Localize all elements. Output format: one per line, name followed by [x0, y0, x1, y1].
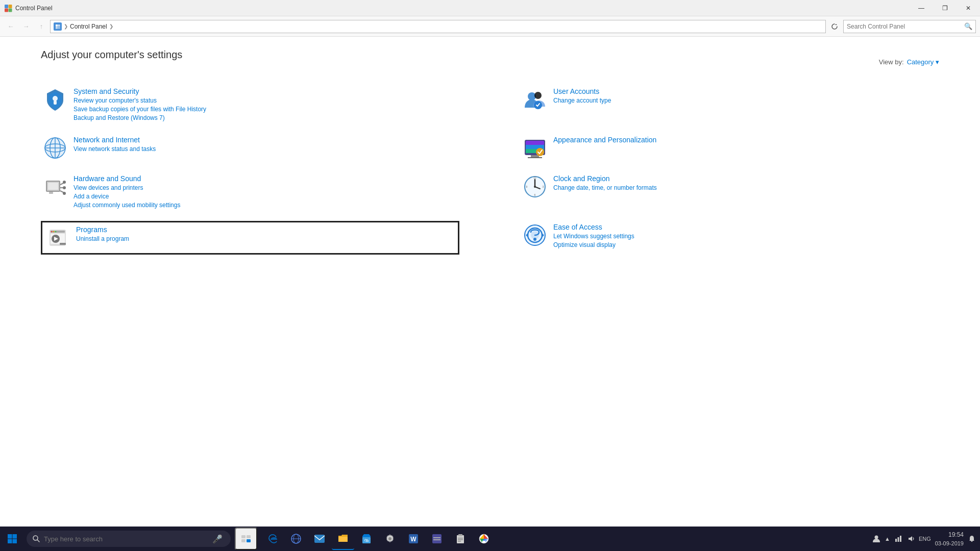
- svg-rect-94: [897, 537, 899, 542]
- svg-rect-0: [5, 5, 8, 8]
- svg-rect-1: [9, 5, 12, 8]
- uninstall-link[interactable]: Uninstall a program: [76, 235, 129, 242]
- taskbar-word[interactable]: W: [402, 528, 425, 550]
- user-accounts-title[interactable]: User Accounts: [553, 87, 611, 95]
- forward-button[interactable]: →: [19, 20, 33, 33]
- network-title[interactable]: Network and Internet: [74, 136, 156, 144]
- taskbar-search[interactable]: 🎤: [27, 531, 231, 547]
- system-security-title[interactable]: System and Security: [74, 87, 206, 95]
- svg-point-42: [534, 186, 536, 188]
- taskbar-apps: 🛍 W: [261, 528, 495, 550]
- show-hidden-icons[interactable]: ▲: [885, 536, 890, 542]
- network-status-icon[interactable]: [894, 535, 902, 543]
- windows-logo: [7, 534, 17, 544]
- taskbar-edge[interactable]: [261, 528, 284, 550]
- appearance-title[interactable]: Appearance and Personalization: [553, 136, 656, 144]
- svg-point-9: [53, 96, 58, 101]
- search-input[interactable]: [847, 23, 962, 30]
- svg-text:9: 9: [526, 185, 528, 188]
- ease-icon: [523, 223, 547, 247]
- svg-rect-82: [432, 534, 442, 543]
- svg-text:W: W: [410, 536, 416, 543]
- svg-text:12: 12: [533, 176, 536, 179]
- hardware-icon: [43, 174, 67, 199]
- search-button[interactable]: 🔍: [964, 22, 972, 30]
- datetime-link[interactable]: Change date, time, or number formats: [553, 184, 657, 191]
- category-hardware[interactable]: Hardware and Sound View devices and prin…: [41, 172, 459, 211]
- refresh-button[interactable]: [828, 20, 841, 33]
- category-programs-highlighted[interactable]: Programs Uninstall a program: [41, 221, 459, 255]
- task-view-button[interactable]: [235, 528, 257, 550]
- language-label[interactable]: ENG: [919, 536, 931, 542]
- up-button[interactable]: ↑: [35, 20, 48, 33]
- mobility-link[interactable]: Adjust commonly used mobility settings: [74, 202, 180, 209]
- network-status-link[interactable]: View network status and tasks: [74, 145, 156, 153]
- people-icon[interactable]: [872, 535, 880, 543]
- system-review-link[interactable]: Review your computer's status: [74, 97, 206, 104]
- clipboard-icon: [455, 533, 466, 544]
- taskbar-app-unknown[interactable]: [426, 528, 448, 550]
- svg-rect-87: [458, 538, 463, 539]
- devices-printers-link[interactable]: View devices and printers: [74, 184, 180, 191]
- category-user-accounts[interactable]: User Accounts Change account type: [521, 85, 939, 123]
- ease-title[interactable]: Ease of Access: [553, 223, 634, 231]
- taskbar-clock[interactable]: 19:54 03-09-2019: [935, 530, 964, 548]
- taskbar-store[interactable]: 🛍: [355, 528, 378, 550]
- hardware-title[interactable]: Hardware and Sound: [74, 174, 180, 183]
- taskbar-mail[interactable]: [308, 528, 331, 550]
- system-backup-link[interactable]: Save backup copies of your files with Fi…: [74, 106, 206, 113]
- taskbar-ie[interactable]: [285, 528, 307, 550]
- clock-title[interactable]: Clock and Region: [553, 174, 657, 183]
- add-device-link[interactable]: Add a device: [74, 193, 180, 200]
- svg-rect-62: [13, 534, 17, 539]
- svg-rect-2: [5, 8, 8, 12]
- programs-text: Programs Uninstall a program: [76, 226, 129, 242]
- maximize-button[interactable]: ❐: [933, 0, 957, 16]
- category-clock[interactable]: 12 6 9 3 Clock and Region Change date, t…: [521, 172, 939, 211]
- taskbar-settings[interactable]: [379, 528, 401, 550]
- taskbar-chrome[interactable]: [473, 528, 495, 550]
- microphone-button[interactable]: 🎤: [210, 532, 225, 546]
- programs-title[interactable]: Programs: [76, 226, 129, 234]
- system-backup7-link[interactable]: Backup and Restore (Windows 7): [74, 114, 206, 121]
- taskbar-date: 03-09-2019: [935, 539, 964, 548]
- user-accounts-icon: [523, 87, 547, 112]
- back-button[interactable]: ←: [4, 20, 17, 33]
- svg-rect-61: [8, 534, 12, 539]
- svg-point-36: [63, 192, 66, 195]
- change-account-link[interactable]: Change account type: [553, 97, 611, 104]
- address-path[interactable]: ❯ Control Panel ❯: [50, 20, 826, 33]
- svg-rect-30: [48, 183, 58, 190]
- svg-rect-93: [895, 539, 897, 542]
- svg-point-50: [53, 231, 55, 233]
- store-icon: 🛍: [361, 533, 372, 544]
- viewby-value[interactable]: Category ▾: [907, 58, 939, 66]
- start-button[interactable]: [0, 527, 24, 551]
- taskbar-clipboard[interactable]: [449, 528, 472, 550]
- search-box[interactable]: 🔍: [843, 20, 976, 33]
- svg-rect-64: [13, 539, 17, 544]
- taskbar-search-input[interactable]: [44, 535, 206, 543]
- svg-rect-3: [9, 8, 12, 12]
- category-system-security[interactable]: System and Security Review your computer…: [41, 85, 459, 123]
- category-network[interactable]: Network and Internet View network status…: [41, 134, 459, 162]
- svg-rect-7: [58, 27, 60, 29]
- clock-text: Clock and Region Change date, time, or n…: [553, 174, 657, 191]
- notifications-icon[interactable]: [968, 535, 976, 543]
- svg-rect-83: [433, 537, 440, 538]
- close-button[interactable]: ✕: [957, 0, 980, 16]
- breadcrumb-arrow2: ❯: [109, 23, 113, 29]
- ease-visual-link[interactable]: Optimize visual display: [553, 241, 634, 248]
- title-bar-left: Control Panel: [4, 4, 53, 12]
- category-ease[interactable]: Ease of Access Let Windows suggest setti…: [521, 221, 939, 255]
- volume-icon[interactable]: [906, 535, 915, 543]
- taskbar-explorer[interactable]: [332, 528, 354, 550]
- address-bar: ← → ↑ ❯ Control Panel ❯ 🔍: [0, 16, 980, 37]
- minimize-button[interactable]: —: [910, 0, 933, 16]
- svg-rect-74: [314, 535, 325, 543]
- network-text: Network and Internet View network status…: [74, 136, 156, 153]
- explorer-icon: [337, 534, 349, 543]
- category-appearance[interactable]: Appearance and Personalization: [521, 134, 939, 162]
- hardware-text: Hardware and Sound View devices and prin…: [74, 174, 180, 209]
- ease-suggest-link[interactable]: Let Windows suggest settings: [553, 233, 634, 240]
